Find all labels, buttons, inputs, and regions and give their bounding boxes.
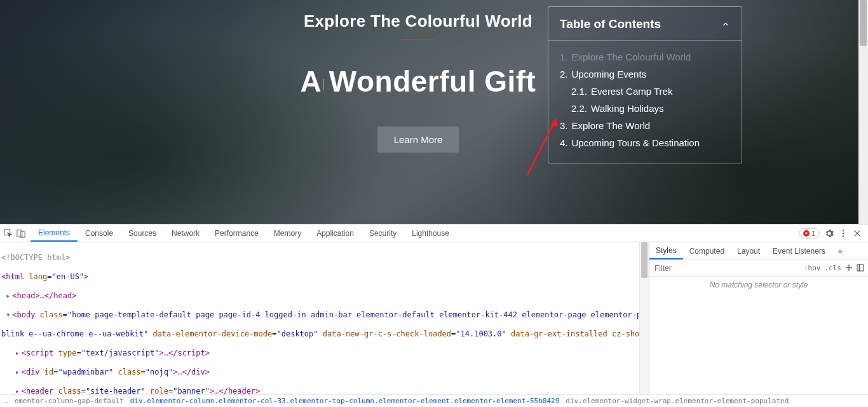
tab-network[interactable]: Network [164,224,207,242]
breadcrumb-item[interactable]: div.elementor-widget-wrap.elementor-elem… [566,397,789,405]
inspect-icon[interactable] [4,229,13,238]
styles-filter-input[interactable] [649,264,804,273]
toc-item-2-1[interactable]: 2.1.Everest Camp Trek [560,83,730,100]
close-icon[interactable] [853,229,862,238]
learn-more-button[interactable]: Learn More [377,127,459,153]
chevron-up-icon[interactable] [721,20,730,29]
cls-toggle[interactable]: .cls [825,264,842,272]
text-cursor [323,79,323,90]
devtools-tabs: Elements Console Sources Network Perform… [0,224,868,242]
svg-rect-3 [17,230,22,237]
styles-tabs: Styles Computed Layout Event Listeners » [649,242,868,260]
breadcrumb-ellipsis[interactable]: … [4,397,8,405]
svg-point-5 [843,230,844,231]
gear-icon[interactable] [825,229,834,238]
svg-rect-8 [857,265,864,271]
elements-breadcrumb[interactable]: … ementor-column-gap-default div.element… [0,394,868,407]
tab-console[interactable]: Console [78,224,121,242]
breadcrumb-item[interactable]: div.elementor-column.elementor-col-33.el… [130,397,560,405]
page-scrollbar-thumb[interactable] [860,0,867,46]
toc-item-1[interactable]: 1.Explore The Colourful World [560,48,730,66]
computed-toggle-icon[interactable] [857,264,864,273]
devtools-panel: Elements Console Sources Network Perform… [0,224,868,407]
styles-empty: No matching selector or style [649,277,868,394]
toc-list: 1.Explore The Colourful World 2.Upcoming… [548,41,742,163]
tab-event-listeners[interactable]: Event Listeners [766,242,832,259]
hero-title: A Wonderful Gift [259,64,577,99]
tab-layout[interactable]: Layout [731,242,766,259]
device-toggle-icon[interactable] [17,229,25,238]
elements-tree-panel[interactable]: <!DOCTYPE html> <html lang="en-US"> ▸<he… [0,242,649,394]
tab-elements[interactable]: Elements [31,224,78,242]
hov-toggle[interactable]: :hov [804,264,821,272]
toc-item-2[interactable]: 2.Upcoming Events [560,66,730,83]
toc-header[interactable]: Table of Contents [548,7,742,41]
svg-point-6 [843,232,844,233]
tab-lighthouse[interactable]: Lighthouse [404,224,457,242]
toc-item-4[interactable]: 4.Upcoming Tours & Destination [560,134,730,151]
tab-performance[interactable]: Performance [207,224,266,242]
tab-security[interactable]: Security [362,224,404,242]
styles-filter-bar: :hov .cls [649,260,868,277]
more-tabs-icon[interactable]: » [832,242,844,259]
tab-styles[interactable]: Styles [649,242,683,259]
toc-item-3[interactable]: 3.Explore The World [560,117,730,134]
tab-memory[interactable]: Memory [266,224,309,242]
styles-panel: Styles Computed Layout Event Listeners »… [649,242,868,394]
table-of-contents: Table of Contents 1.Explore The Colourfu… [548,6,742,163]
toc-item-2-2[interactable]: 2.2.Walking Holidays [560,100,730,117]
elements-scrollbar[interactable] [639,242,649,394]
error-icon: × [803,230,810,237]
svg-point-7 [843,235,844,237]
elements-scrollbar-thumb[interactable] [641,242,648,278]
hero-content: Explore The Colourful World A Wonderful … [259,0,577,153]
dom-tree[interactable]: <!DOCTYPE html> <html lang="en-US"> ▸<he… [0,242,649,394]
error-badge[interactable]: × 1 [799,228,820,238]
hero-underline [401,39,435,40]
page-scrollbar[interactable] [858,0,868,224]
kebab-icon[interactable] [839,229,848,238]
toc-title: Table of Contents [560,17,661,31]
svg-rect-9 [859,265,860,271]
tab-sources[interactable]: Sources [121,224,164,242]
add-style-icon[interactable] [845,264,853,273]
tab-application[interactable]: Application [309,224,362,242]
hero-section: Explore The Colourful World A Wonderful … [0,0,868,224]
hero-subtitle: Explore The Colourful World [259,11,577,31]
breadcrumb-item[interactable]: ementor-column-gap-default [15,397,124,405]
tab-computed[interactable]: Computed [683,242,731,259]
